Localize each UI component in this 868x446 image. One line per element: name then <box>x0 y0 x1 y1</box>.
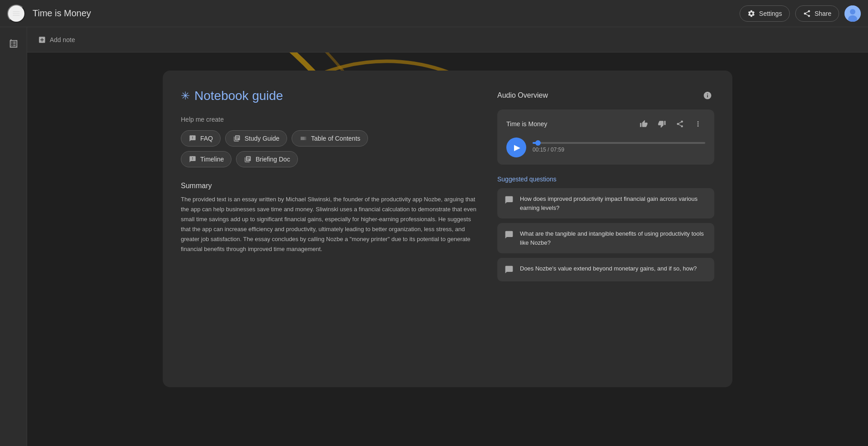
summary-title: Summary <box>181 182 479 190</box>
page-title: Time is Money <box>33 8 740 19</box>
suggested-questions-title: Suggested questions <box>497 176 714 183</box>
left-panel: ✳ Notebook guide Help me create FAQ <box>181 89 479 369</box>
info-button[interactable] <box>701 89 714 102</box>
help-me-create-label: Help me create <box>181 116 479 123</box>
share-audio-button[interactable] <box>673 117 687 131</box>
summary-section: Summary The provided text is an essay wr… <box>181 182 479 255</box>
study-guide-chip-icon <box>233 134 241 142</box>
more-options-button[interactable] <box>691 117 705 131</box>
question-text-2: What are the tangible and intangible ben… <box>520 229 707 247</box>
progress-thumb <box>535 140 541 146</box>
main-content: ✳ Notebook guide Help me create FAQ <box>27 52 868 446</box>
settings-button[interactable]: Settings <box>740 5 790 22</box>
timeline-chip-icon <box>189 155 197 163</box>
chip-faq[interactable]: FAQ <box>181 130 221 147</box>
faq-chip-icon <box>189 134 197 142</box>
audio-player-top: Time is Money <box>506 117 705 131</box>
chip-timeline[interactable]: Timeline <box>181 151 231 167</box>
add-note-bar: Add note <box>27 27 868 52</box>
question-text-3: Does Nozbe's value extend beyond monetar… <box>520 264 697 273</box>
main-card: ✳ Notebook guide Help me create FAQ <box>163 71 732 387</box>
question-icon-3 <box>505 265 514 275</box>
audio-player-bottom: ▶ 00:15 / 07:59 <box>506 138 705 157</box>
question-card-3[interactable]: Does Nozbe's value extend beyond monetar… <box>497 258 714 281</box>
sidebar <box>0 27 27 446</box>
question-icon-1 <box>505 195 514 205</box>
question-card-2[interactable]: What are the tangible and intangible ben… <box>497 223 714 253</box>
briefing-doc-chip-icon <box>244 155 252 163</box>
play-icon: ▶ <box>514 142 520 152</box>
share-button[interactable]: Share <box>795 5 839 22</box>
thumbs-up-button[interactable] <box>637 117 651 131</box>
chip-briefing-doc[interactable]: Briefing Doc <box>236 151 297 167</box>
question-text-1: How does improved productivity impact fi… <box>520 195 707 212</box>
summary-text: The provided text is an essay written by… <box>181 195 479 255</box>
chip-table-of-contents[interactable]: Table of Contents <box>292 130 368 147</box>
question-icon-2 <box>505 230 514 240</box>
avatar[interactable] <box>844 5 861 22</box>
progress-bar[interactable] <box>533 142 705 144</box>
menu-button[interactable] <box>7 5 25 23</box>
question-card-1[interactable]: How does improved productivity impact fi… <box>497 188 714 218</box>
notebook-guide-title: Notebook guide <box>194 89 283 103</box>
notebook-guide-header: ✳ Notebook guide <box>181 89 479 103</box>
top-bar-actions: Settings Share <box>740 5 861 22</box>
asterisk-icon: ✳ <box>181 90 190 102</box>
add-note-label: Add note <box>50 36 75 43</box>
audio-actions <box>637 117 705 131</box>
right-panel: Audio Overview Time is Money <box>497 89 714 369</box>
top-bar: Time is Money Settings Share <box>0 0 868 27</box>
play-button[interactable]: ▶ <box>506 138 526 157</box>
sidebar-icon-notebook[interactable] <box>5 34 23 52</box>
audio-overview-title: Audio Overview <box>497 91 548 100</box>
toc-chip-icon <box>299 134 307 142</box>
audio-overview-header: Audio Overview <box>497 89 714 102</box>
svg-point-1 <box>850 9 855 14</box>
chip-row-1: FAQ Study Guide Ta <box>181 130 479 147</box>
add-note-button[interactable]: Add note <box>38 36 75 44</box>
audio-player: Time is Money <box>497 109 714 165</box>
chip-study-guide[interactable]: Study Guide <box>225 130 287 147</box>
audio-title: Time is Money <box>506 120 547 128</box>
time-display: 00:15 / 07:59 <box>533 147 705 153</box>
chip-row-2: Timeline Briefing Doc <box>181 151 479 167</box>
progress-container[interactable]: 00:15 / 07:59 <box>533 142 705 153</box>
thumbs-down-button[interactable] <box>655 117 669 131</box>
